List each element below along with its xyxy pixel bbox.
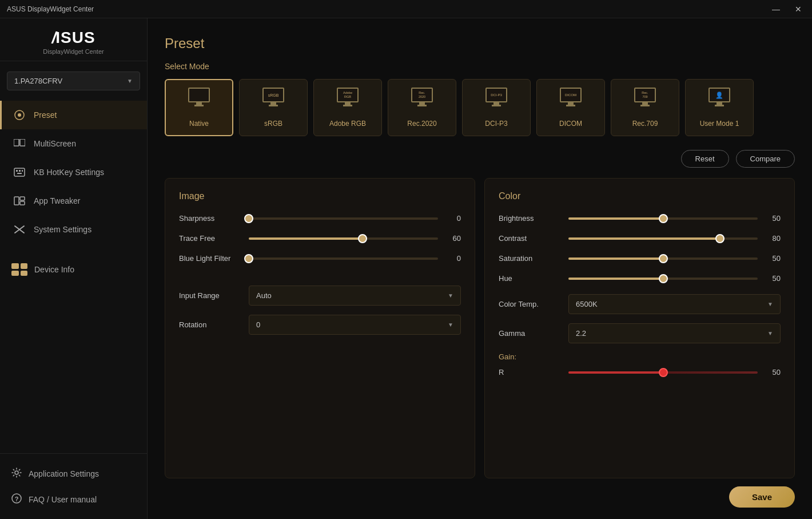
trace-free-fill — [249, 237, 363, 240]
gain-r-fill — [568, 371, 663, 374]
mode-card-label-dcip3: DCI-P3 — [485, 120, 507, 128]
mode-card-label-usermode1: User Mode 1 — [700, 120, 739, 128]
contrast-label: Contrast — [499, 234, 562, 243]
saturation-row: Saturation 50 — [499, 254, 781, 263]
sidebar-item-label-syssettings: System Settings — [34, 225, 91, 234]
input-range-select[interactable]: Auto ▼ — [249, 286, 461, 306]
device-selector-arrow-icon: ▼ — [127, 78, 133, 84]
sidebar-item-multiscreen[interactable]: MultiScreen — [0, 129, 147, 158]
compare-button[interactable]: Compare — [736, 150, 795, 168]
svg-rect-3 — [20, 139, 25, 146]
sharpness-thumb[interactable] — [244, 214, 253, 223]
brightness-thumb[interactable] — [659, 214, 668, 223]
brightness-track[interactable] — [568, 217, 758, 220]
sidebar-item-preset[interactable]: Preset — [0, 101, 147, 129]
mode-card-rec709[interactable]: Rec.709 Rec.709 — [611, 79, 679, 136]
input-range-value: Auto — [256, 291, 272, 300]
hue-value: 50 — [765, 274, 781, 283]
mode-card-adobe-rgb[interactable]: AdobeRGB Adobe RGB — [313, 79, 382, 136]
mode-card-dicom[interactable]: DICOM DICOM — [536, 79, 605, 136]
saturation-value: 50 — [765, 254, 781, 263]
save-button[interactable]: Save — [729, 486, 795, 508]
sidebar-item-hotkey[interactable]: KB HotKey Settings — [0, 158, 147, 187]
minimize-button[interactable]: — — [769, 3, 783, 15]
app-settings-icon — [11, 468, 22, 480]
device-info-item[interactable]: Device Info — [0, 255, 147, 284]
srgb-monitor: sRGB — [262, 88, 284, 108]
save-bar: Save — [165, 478, 795, 508]
trace-free-value: 60 — [445, 234, 461, 243]
sidebar-item-label-multiscreen: MultiScreen — [34, 139, 76, 148]
svg-rect-10 — [20, 197, 25, 200]
mode-card-label-dicom: DICOM — [559, 120, 582, 128]
hue-track[interactable] — [568, 278, 758, 280]
trace-free-thumb[interactable] — [358, 234, 367, 243]
sidebar-item-apptweaker[interactable]: App Tweaker — [0, 187, 147, 215]
trace-free-track[interactable] — [249, 237, 438, 240]
blue-light-thumb[interactable] — [244, 254, 253, 263]
trace-free-row: Trace Free 60 — [179, 234, 461, 243]
multiscreen-icon — [13, 137, 26, 150]
faq-icon: ? — [11, 493, 22, 505]
app-settings-item[interactable]: Application Settings — [0, 461, 147, 486]
mode-card-dcip3[interactable]: DCI-P3 DCI-P3 — [462, 79, 531, 136]
mode-card-rec2020[interactable]: Rec.2020 Rec.2020 — [388, 79, 456, 136]
gain-r-track[interactable] — [568, 371, 758, 374]
adobe-rgb-screen: AdobeRGB — [337, 88, 359, 102]
reset-button[interactable]: Reset — [681, 150, 729, 168]
gain-r-thumb[interactable] — [659, 368, 668, 377]
dcip3-screen: DCI-P3 — [485, 88, 507, 102]
sidebar-subtitle: DisplayWidget Center — [43, 48, 104, 55]
gamma-value: 2.2 — [576, 329, 586, 338]
syssettings-icon — [13, 223, 26, 236]
close-button[interactable]: ✕ — [791, 3, 805, 15]
svg-rect-11 — [20, 201, 25, 205]
blue-light-label: Blue Light Filter — [179, 254, 242, 263]
sidebar-bottom: Application Settings ? FAQ / User manual — [0, 453, 147, 519]
gamma-select[interactable]: 2.2 ▼ — [568, 323, 781, 343]
faq-label: FAQ / User manual — [29, 495, 97, 504]
device-name: 1.PA278CFRV — [14, 77, 62, 85]
adobe-rgb-monitor: AdobeRGB — [337, 88, 359, 108]
faq-item[interactable]: ? FAQ / User manual — [0, 486, 147, 512]
native-monitor-screen — [188, 88, 210, 102]
dcip3-monitor: DCI-P3 — [485, 88, 507, 108]
device-selector[interactable]: 1.PA278CFRV ▼ — [7, 72, 140, 90]
select-mode-label: Select Mode — [165, 62, 795, 71]
sidebar-item-syssettings[interactable]: System Settings — [0, 215, 147, 244]
brightness-value: 50 — [765, 214, 781, 223]
sharpness-label: Sharpness — [179, 214, 242, 223]
mode-card-native[interactable]: Native — [165, 79, 233, 136]
contrast-fill — [568, 237, 720, 240]
input-range-arrow-icon: ▼ — [448, 292, 453, 299]
saturation-thumb[interactable] — [659, 254, 668, 263]
window-controls: — ✕ — [769, 3, 805, 15]
preset-icon — [13, 109, 26, 121]
brightness-fill — [568, 217, 663, 220]
rec709-screen: Rec.709 — [634, 88, 656, 102]
svg-rect-7 — [22, 170, 23, 172]
brightness-label: Brightness — [499, 214, 562, 223]
rotation-row: Rotation 0 ▼ — [179, 315, 461, 335]
contrast-track[interactable] — [568, 237, 758, 240]
input-range-label: Input Range — [179, 291, 242, 300]
sidebar-item-label-hotkey: KB HotKey Settings — [34, 168, 104, 177]
device-info-icon — [11, 263, 27, 276]
image-panel-title: Image — [179, 191, 461, 201]
saturation-track[interactable] — [568, 257, 758, 260]
gain-r-label: R — [499, 368, 562, 377]
hue-thumb[interactable] — [659, 274, 668, 283]
sidebar-item-label-preset: Preset — [34, 110, 57, 120]
blue-light-track[interactable] — [249, 257, 438, 260]
rotation-select[interactable]: 0 ▼ — [249, 315, 461, 335]
color-temp-arrow-icon: ▼ — [767, 301, 773, 307]
mode-card-srgb[interactable]: sRGB sRGB — [239, 79, 308, 136]
rotation-label: Rotation — [179, 320, 242, 329]
contrast-thumb[interactable] — [715, 234, 725, 243]
gain-label: Gain: — [499, 352, 781, 361]
app-settings-label: Application Settings — [29, 469, 99, 478]
rec2020-screen: Rec.2020 — [411, 88, 433, 102]
sharpness-track[interactable] — [249, 217, 438, 220]
mode-card-usermode1[interactable]: 👤 User Mode 1 — [685, 79, 754, 136]
color-temp-select[interactable]: 6500K ▼ — [568, 294, 781, 314]
